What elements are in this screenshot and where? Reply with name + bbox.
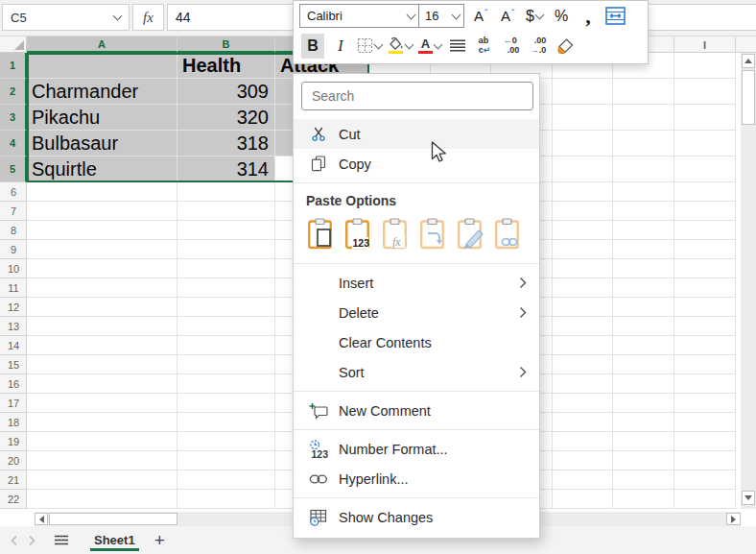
menu-item-label: Delete (339, 305, 519, 321)
cell-B1[interactable]: Health (177, 53, 275, 79)
scroll-down-button[interactable] (742, 491, 755, 505)
next-sheet-button[interactable] (28, 535, 36, 546)
font-name-select[interactable]: Calibri 16 (299, 4, 464, 28)
vertical-scroll-thumb[interactable] (742, 70, 755, 125)
menu-item-copy[interactable]: Copy (294, 149, 539, 179)
borders-button[interactable] (357, 34, 382, 59)
chevron-right-icon (519, 306, 527, 319)
cell-A4[interactable]: Bulbasaur (27, 131, 177, 157)
select-all-corner[interactable] (0, 36, 27, 53)
row-header-15[interactable]: 15 (0, 355, 27, 374)
decrease-font-size-button[interactable]: Aˇ (497, 4, 518, 29)
increase-decimal-button[interactable]: .00 →.0 (528, 34, 549, 59)
chevron-down-icon[interactable] (113, 12, 123, 21)
align-button[interactable] (447, 34, 468, 59)
menu-item-show-changes[interactable]: Show Changes (294, 502, 539, 532)
row-header-17[interactable]: 17 (0, 394, 27, 413)
cell-B3[interactable]: 320 (177, 105, 275, 131)
column-header-I[interactable]: I (674, 36, 736, 53)
menu-item-insert[interactable]: Insert (294, 268, 539, 298)
row-header-12[interactable]: 12 (0, 298, 27, 317)
fx-icon[interactable]: fx (132, 4, 164, 31)
column-header-B[interactable]: B (177, 36, 275, 53)
cell-B2[interactable]: 309 (177, 79, 275, 105)
row-header-9[interactable]: 9 (0, 240, 27, 259)
comma-style-button[interactable]: , (578, 4, 599, 29)
column-header-A[interactable]: A (27, 36, 177, 53)
arrow-down-icon (744, 495, 752, 500)
scroll-right-button[interactable] (726, 513, 741, 525)
row-header-21[interactable]: 21 (0, 470, 27, 490)
paste-icon[interactable] (307, 218, 336, 251)
row-header-19[interactable]: 19 (0, 432, 27, 451)
row-header-11[interactable]: 11 (0, 278, 27, 298)
percent-style-button[interactable]: % (551, 4, 572, 29)
row-header-1[interactable]: 1 (0, 53, 27, 79)
gridline (612, 53, 613, 509)
menu-item-label: New Comment (339, 403, 527, 419)
gridline (552, 53, 553, 509)
menu-item-clear-contents[interactable]: Clear Contents (294, 327, 539, 357)
scroll-up-button[interactable] (742, 54, 755, 68)
row-header-16[interactable]: 16 (0, 374, 27, 394)
scissors-icon (306, 127, 330, 142)
add-sheet-button[interactable]: + (154, 531, 165, 549)
row-header-18[interactable]: 18 (0, 413, 27, 432)
chevron-down-icon (535, 10, 545, 19)
cell-B5[interactable]: 314 (177, 157, 275, 182)
merge-center-icon (605, 7, 626, 25)
horizontal-scroll-thumb[interactable] (49, 513, 177, 525)
caret-down-icon: ˇ (511, 8, 514, 17)
row-header-8[interactable]: 8 (0, 221, 27, 240)
row-header-3[interactable]: 3 (0, 105, 27, 131)
vertical-scrollbar[interactable] (741, 53, 756, 509)
paste-options-row: 123 fx (294, 211, 539, 259)
name-box[interactable]: C5 (2, 4, 130, 31)
row-header-14[interactable]: 14 (0, 336, 27, 355)
row-header-4[interactable]: 4 (0, 131, 27, 157)
svg-text:fx: fx (392, 235, 401, 249)
paste-values-icon[interactable]: 123 (344, 218, 373, 251)
align-icon (449, 39, 466, 52)
accounting-format-button[interactable]: $ (524, 4, 545, 29)
chevron-right-icon (519, 277, 527, 289)
cell-A3[interactable]: Pikachu (27, 105, 177, 131)
increase-font-size-button[interactable]: Aˆ (470, 4, 491, 29)
font-color-button[interactable]: A (418, 34, 441, 59)
row-header-6[interactable]: 6 (0, 182, 27, 202)
tab-sheet1[interactable]: Sheet1 (90, 526, 139, 554)
decrease-decimal-button[interactable]: ←0 .00 (501, 34, 522, 59)
menu-item-number-format[interactable]: 123Number Format... (294, 434, 539, 464)
row-header-5[interactable]: 5 (0, 157, 27, 182)
menu-item-cut[interactable]: Cut (294, 119, 539, 149)
prev-sheet-button[interactable] (10, 535, 18, 546)
search-input[interactable] (301, 82, 533, 110)
chevron-down-icon (405, 39, 414, 49)
wrap-text-button[interactable]: ab c↵ (474, 34, 495, 59)
sheet-list-menu-icon[interactable] (54, 535, 69, 545)
cell-A5[interactable]: Squirtle (27, 157, 177, 182)
menu-item-new-comment[interactable]: New Comment (294, 396, 539, 425)
row-header-2[interactable]: 2 (0, 79, 27, 105)
bold-button[interactable]: B (301, 34, 324, 59)
italic-button[interactable]: I (330, 34, 351, 59)
row-header-10[interactable]: 10 (0, 259, 27, 278)
chevron-down-icon (374, 39, 384, 49)
menu-separator (294, 391, 539, 392)
menu-item-hyperlink[interactable]: Hyperlink... (294, 464, 539, 494)
fill-color-button[interactable] (388, 34, 413, 59)
scroll-left-button[interactable] (35, 513, 48, 525)
menu-item-delete[interactable]: Delete (294, 298, 539, 327)
fill-yellow-bar (389, 51, 403, 55)
cell-B4[interactable]: 318 (177, 131, 275, 157)
format-painter-button[interactable] (555, 34, 576, 59)
row-header-7[interactable]: 7 (0, 202, 27, 221)
merge-center-button[interactable] (604, 4, 626, 29)
row-header-20[interactable]: 20 (0, 451, 27, 470)
chevron-right-icon (519, 366, 527, 378)
row-header-22[interactable]: 22 (0, 490, 27, 509)
row-header-13[interactable]: 13 (0, 317, 27, 336)
menu-item-sort[interactable]: Sort (294, 357, 539, 387)
mouse-cursor (431, 141, 449, 162)
cell-A2[interactable]: Charmander (27, 79, 177, 105)
